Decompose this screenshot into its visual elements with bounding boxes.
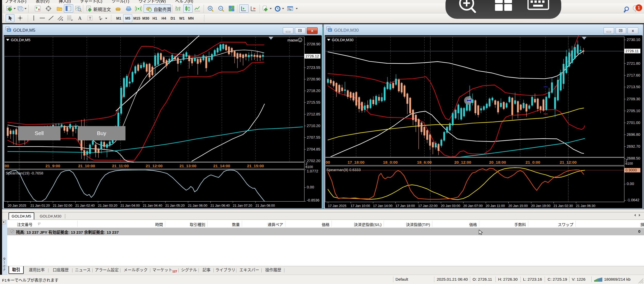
- svg-text:21_12:00: 21_12:00: [146, 164, 163, 168]
- svg-text:6100: 6100: [625, 162, 633, 165]
- svg-text:21_14:00: 21_14:00: [213, 164, 230, 168]
- svg-text:2701.00: 2701.00: [627, 121, 640, 125]
- svg-text:2718.20: 2718.20: [307, 89, 320, 93]
- svg-text:21_0:00: 21_0:00: [526, 160, 540, 164]
- svg-text:6100: 6100: [306, 165, 313, 169]
- svg-text:W: W: [329, 29, 331, 31]
- svg-text:21 Jan 03:20: 21 Jan 03:20: [98, 204, 117, 207]
- svg-text:21 Jan 02:30: 21 Jan 02:30: [554, 204, 573, 208]
- svg-text:21_13:00: 21_13:00: [179, 164, 196, 168]
- svg-text:F: F: [71, 19, 73, 21]
- svg-text:17 Jan 18:00: 17 Jan 18:00: [395, 204, 415, 208]
- svg-text:Sell: Sell: [35, 130, 44, 136]
- svg-text:21 Jan 04:00: 21 Jan 04:00: [120, 204, 140, 207]
- svg-text:17 Jan 14:00: 17 Jan 14:00: [373, 204, 392, 208]
- svg-text:20_12:00: 20_12:00: [454, 160, 471, 164]
- svg-text:E: E: [62, 19, 63, 21]
- svg-text:2728.90: 2728.90: [307, 42, 320, 46]
- svg-text:17 Jan 10:00: 17 Jan 10:00: [351, 204, 370, 208]
- svg-text:T: T: [89, 16, 91, 20]
- svg-text:2709.30: 2709.30: [627, 97, 640, 101]
- svg-text:21 Jan 08:00: 21 Jan 08:00: [255, 204, 275, 207]
- svg-text:21_10:00: 21_10:00: [78, 164, 95, 168]
- svg-text:2723.55: 2723.55: [307, 65, 320, 70]
- svg-text:2696.80: 2696.80: [627, 132, 640, 137]
- svg-text:2702.20: 2702.20: [307, 159, 320, 163]
- svg-text:21 Jan 04:40: 21 Jan 04:40: [143, 204, 162, 207]
- svg-text:00: 00: [326, 160, 330, 164]
- svg-text:18_6:00: 18_6:00: [417, 160, 432, 164]
- svg-text:maow: maow: [287, 38, 298, 42]
- svg-text:GOLD#,M30: GOLD#,M30: [332, 38, 353, 42]
- svg-text:21 Jan 02:40: 21 Jan 02:40: [75, 204, 95, 207]
- svg-text:21 Jan 07:20: 21 Jan 07:20: [233, 204, 252, 207]
- svg-text:Buy: Buy: [97, 130, 106, 136]
- svg-text:21_12:00: 21_12:00: [560, 160, 577, 164]
- svg-text:21 Jan 05:20: 21 Jan 05:20: [165, 204, 185, 207]
- svg-text:20 Jan 11:00: 20 Jan 11:00: [486, 204, 505, 208]
- svg-text:2726.11: 2726.11: [625, 49, 639, 53]
- svg-text:2720.90: 2720.90: [307, 77, 320, 81]
- svg-text:2710.20: 2710.20: [307, 124, 320, 128]
- svg-text:20 Jan 15:00: 20 Jan 15:00: [508, 204, 528, 208]
- svg-text:21 Jan 06:30: 21 Jan 06:30: [576, 204, 595, 208]
- svg-text:20 Jan 07:00: 20 Jan 07:00: [463, 204, 483, 208]
- svg-text:2688.50: 2688.50: [627, 156, 640, 160]
- svg-text:2730.10: 2730.10: [627, 38, 640, 42]
- svg-text:17 Jan 2025: 17 Jan 2025: [328, 204, 346, 208]
- svg-text:21 Jan 02:00: 21 Jan 02:00: [53, 204, 72, 207]
- svg-text:20 Jan 19:00: 20 Jan 19:00: [531, 204, 550, 208]
- svg-text:21_11:00: 21_11:00: [112, 164, 129, 168]
- svg-text:0.00: 0.00: [307, 185, 314, 189]
- svg-text:W: W: [8, 29, 10, 31]
- svg-text:2713.50: 2713.50: [627, 85, 640, 89]
- svg-text:17 Jan 22:00: 17 Jan 22:00: [418, 204, 437, 208]
- svg-text:18_0:00: 18_0:00: [383, 160, 398, 164]
- svg-text:2717.60: 2717.60: [627, 73, 640, 77]
- svg-text:2704.85: 2704.85: [307, 147, 320, 151]
- svg-text:21 Jan 01:20: 21 Jan 01:20: [30, 204, 50, 207]
- svg-text:-1.0642: -1.0642: [627, 198, 639, 202]
- svg-text:1: 1: [638, 5, 640, 10]
- svg-text:0.00: 0.00: [627, 182, 634, 186]
- svg-text:-0.8536: -0.8536: [307, 198, 319, 202]
- svg-text:00: 00: [5, 164, 9, 168]
- svg-text:1.0772: 1.0772: [307, 169, 318, 173]
- svg-text:2705.10: 2705.10: [627, 109, 640, 113]
- svg-text:21 Jan 06:40: 21 Jan 06:40: [210, 204, 230, 207]
- svg-text:20_18:00: 20_18:00: [489, 160, 506, 164]
- svg-text:17_18:00: 17_18:00: [348, 160, 365, 164]
- svg-text:2721.80: 2721.80: [627, 61, 640, 65]
- svg-text:2715.55: 2715.55: [307, 100, 320, 104]
- svg-text:2726.12: 2726.12: [306, 54, 319, 58]
- svg-text:Spearman(9) 0.6333: Spearman(9) 0.6333: [326, 168, 361, 172]
- svg-text:Spearman(19) -0.7658: Spearman(19) -0.7658: [6, 171, 43, 175]
- svg-text:20 Jan 2025: 20 Jan 2025: [8, 204, 26, 207]
- svg-text:2712.85: 2712.85: [307, 112, 320, 116]
- svg-text:21_9:00: 21_9:00: [46, 164, 60, 168]
- svg-text:0.9000: 0.9000: [625, 168, 637, 172]
- svg-text:21 Jan 06:00: 21 Jan 06:00: [188, 204, 207, 207]
- svg-text:2692.70: 2692.70: [627, 144, 640, 148]
- svg-text:GOLD#,M5: GOLD#,M5: [11, 38, 30, 42]
- svg-text:2707.55: 2707.55: [307, 135, 320, 139]
- svg-text:21_15:00: 21_15:00: [247, 164, 264, 168]
- svg-text:A: A: [78, 15, 82, 21]
- svg-text:20 Jan 03:00: 20 Jan 03:00: [441, 204, 460, 208]
